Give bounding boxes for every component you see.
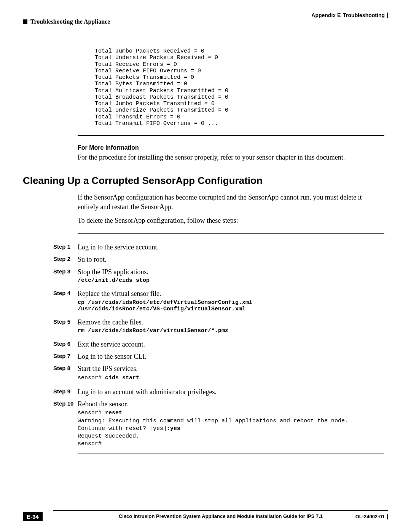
step-text: Log in to an account with administrator …	[78, 387, 384, 396]
step-label: Step 10	[53, 399, 78, 407]
appendix-label: Appendix E	[311, 12, 341, 18]
step-body: Replace the virtual sensor file.cp /usr/…	[78, 289, 384, 312]
appendix-title: Troubleshooting	[343, 12, 385, 18]
step-label: Step 9	[53, 387, 78, 395]
divider	[78, 233, 384, 234]
doc-id: OL-24002-01	[355, 514, 385, 519]
step-body: Reboot the sensor.sensor# reset Warning:…	[78, 399, 384, 448]
header-right: Appendix E Troubleshooting	[311, 12, 388, 18]
step-body: Su to root.	[78, 255, 384, 265]
step-text: Exit the service account.	[78, 340, 384, 349]
section-title: Cleaning Up a Corrupted SensorApp Config…	[23, 175, 388, 187]
step-console: sensor# cids start	[78, 374, 384, 382]
step-text: Remove the cache files.	[78, 318, 384, 327]
step-text: Replace the virtual sensor file.	[78, 289, 384, 298]
step-body: Exit the service account.	[78, 340, 384, 350]
step-row: Step 9Log in to an account with administ…	[53, 387, 384, 397]
step-label: Step 2	[53, 255, 78, 262]
step-row: Step 1Log in to the service account.	[53, 243, 384, 252]
step-text: Log in to the sensor CLI.	[78, 352, 384, 361]
page-header: Appendix E Troubleshooting	[23, 12, 388, 18]
step-label: Step 6	[53, 340, 78, 347]
step-row: Step 10Reboot the sensor.sensor# reset W…	[53, 399, 384, 448]
step-text: Su to root.	[78, 255, 384, 264]
footer-bar-icon	[387, 514, 388, 519]
step-code: rm /usr/cids/idsRoot/var/virtualSensor/*…	[78, 328, 384, 334]
header-bar-icon	[387, 13, 388, 18]
page-footer: E-34 OL-24002-01 Cisco Intrusion Prevent…	[23, 510, 388, 519]
step-row: Step 6Exit the service account.	[53, 340, 384, 350]
step-label: Step 7	[53, 352, 78, 359]
step-label: Step 8	[53, 364, 78, 371]
step-row: Step 2Su to root.	[53, 255, 384, 265]
step-label: Step 3	[53, 267, 78, 275]
step-body: Remove the cache files.rm /usr/cids/idsR…	[78, 318, 384, 334]
footer-rule	[53, 510, 388, 511]
more-info-text: For the procedure for installing the sen…	[78, 153, 384, 162]
divider	[78, 454, 384, 454]
step-body: Log in to an account with administrator …	[78, 387, 384, 397]
section-crumb: Troubleshooting the Appliance	[30, 18, 110, 25]
step-row: Step 5Remove the cache files.rm /usr/cid…	[53, 318, 384, 334]
footer-doc-title: Cisco Intrusion Prevention System Applia…	[119, 513, 323, 519]
step-text: Start the IPS services.	[78, 364, 384, 373]
more-info-heading: For More Information	[78, 144, 384, 151]
bullet-icon	[23, 19, 27, 24]
step-code: cp /usr/cids/idsRoot/etc/defVirtualSenso…	[78, 299, 384, 313]
step-body: Log in to the sensor CLI.	[78, 352, 384, 362]
step-label: Step 4	[53, 289, 78, 296]
step-row: Step 8Start the IPS services.sensor# cid…	[53, 364, 384, 382]
divider	[78, 135, 384, 136]
step-row: Step 7Log in to the sensor CLI.	[53, 352, 384, 362]
page-number-badge: E-34	[23, 512, 43, 521]
header-left: Troubleshooting the Appliance	[23, 18, 388, 25]
step-text: Reboot the sensor.	[78, 399, 384, 409]
section-intro-1: If the SensorApp configuration has becom…	[78, 193, 384, 211]
step-console-block: sensor# reset Warning: Executing this co…	[78, 409, 384, 448]
step-row: Step 3Stop the IPS applications./etc/ini…	[53, 267, 384, 284]
step-body: Stop the IPS applications./etc/init.d/ci…	[78, 267, 384, 284]
step-body: Start the IPS services.sensor# cids star…	[78, 364, 384, 382]
step-text: Stop the IPS applications.	[78, 267, 384, 276]
step-label: Step 5	[53, 318, 78, 325]
step-label: Step 1	[53, 243, 78, 250]
step-code: /etc/init.d/cids stop	[78, 277, 384, 284]
section-intro-2: To delete the SensorApp configuration, f…	[78, 216, 384, 225]
step-text: Log in to the service account.	[78, 243, 384, 252]
code-block-stats: Total Jumbo Packets Received = 0 Total U…	[78, 48, 384, 127]
step-body: Log in to the service account.	[78, 243, 384, 252]
step-row: Step 4Replace the virtual sensor file.cp…	[53, 289, 384, 312]
